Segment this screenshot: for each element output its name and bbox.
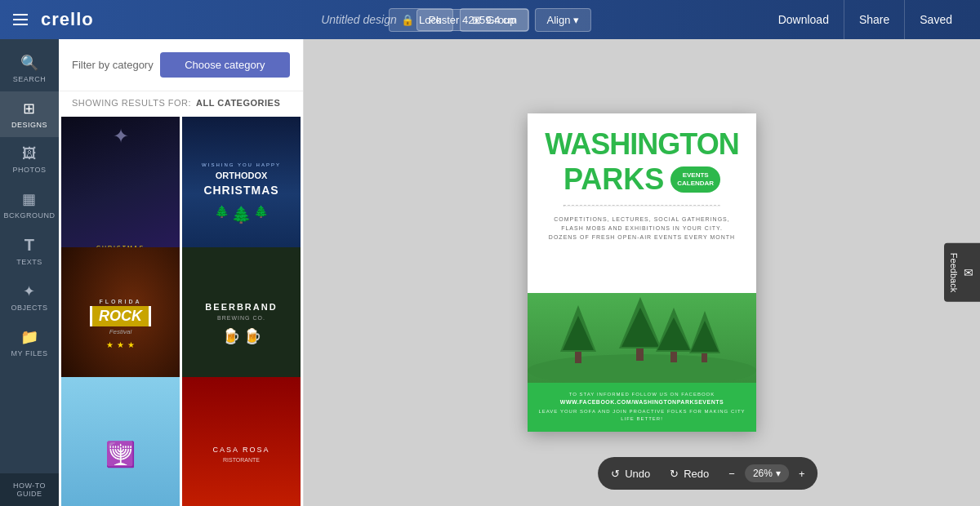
hamburger-menu[interactable]: [13, 14, 28, 25]
poster-title-line1: WASHINGTON: [545, 130, 738, 159]
template-menorah[interactable]: 🕎: [61, 377, 180, 506]
texts-icon: T: [24, 236, 35, 255]
sidebar-item-myfiles[interactable]: 📁 MY FILES: [0, 320, 59, 366]
designs-panel: Filter by category Choose category SHOWI…: [59, 39, 304, 506]
bottom-toolbar: ↺ Undo ↻ Redo − 26% ▾ +: [598, 457, 817, 490]
poster-body-text: COMPETITIONS, LECTURES, SOCIAL GATHERING…: [549, 215, 735, 242]
feedback-tab[interactable]: ✉ Feedback: [944, 243, 980, 302]
svg-rect-1: [575, 352, 581, 363]
header-left: crello: [13, 9, 94, 30]
group-icon: ⊞: [472, 14, 481, 26]
svg-marker-6: [621, 308, 659, 347]
header-center: 🔒 Lock ⊞ Group Align ▾: [389, 8, 591, 32]
objects-icon: ✦: [23, 282, 36, 300]
design-title[interactable]: Untitled design: [321, 13, 397, 26]
zoom-display[interactable]: 26% ▾: [745, 464, 789, 482]
panel-header: Filter by category Choose category: [59, 39, 303, 91]
undo-icon: ↺: [611, 468, 620, 480]
poster-footer-text2: LEAVE YOUR SOFA AND JOIN PROACTIVE FOLKS…: [536, 408, 748, 424]
redo-icon: ↻: [670, 468, 679, 480]
photos-icon: 🖼: [22, 145, 38, 162]
zoom-in-button[interactable]: +: [789, 457, 815, 490]
lock-button[interactable]: 🔒 Lock: [389, 8, 453, 32]
svg-rect-7: [670, 350, 677, 362]
results-value: All Categories: [196, 98, 280, 108]
poster-subtitle-row: PARKS EVENTS CALENDAR: [564, 162, 720, 197]
zoom-out-button[interactable]: −: [719, 457, 745, 490]
poster-title-line2: PARKS: [564, 162, 664, 197]
poster-footer: TO STAY INFORMED FOLLOW US ON FACEBOOK W…: [528, 383, 756, 432]
poster-events-badge: EVENTS CALENDAR: [670, 166, 720, 192]
background-icon: ▦: [22, 190, 37, 208]
svg-marker-12: [691, 321, 719, 352]
app-logo: crello: [41, 9, 94, 30]
sidebar-item-search[interactable]: 🔍 SEARCH: [0, 46, 59, 91]
choose-category-button[interactable]: Choose category: [160, 52, 290, 78]
sidebar-item-objects[interactable]: ✦ OBJECTS: [0, 274, 59, 320]
poster-trees-area: [528, 293, 756, 383]
download-button[interactable]: Download: [764, 0, 844, 39]
sidebar-item-designs[interactable]: ⊞ DESIGNS: [0, 91, 59, 137]
designs-icon: ⊞: [23, 100, 36, 118]
template-grid: CHRISTMAS DINNER HERZEL HALL ✦ FREE WISH…: [59, 114, 303, 506]
howto-guide[interactable]: HOW-TO GUIDE: [0, 473, 59, 506]
left-sidebar: 🔍 SEARCH ⊞ DESIGNS 🖼 PHOTOS ▦ BCKGROUND …: [0, 39, 59, 506]
svg-marker-3: [563, 316, 594, 350]
poster[interactable]: WASHINGTON PARKS EVENTS CALENDAR COMPETI…: [528, 113, 756, 432]
sidebar-item-texts[interactable]: T TEXTS: [0, 228, 59, 274]
sidebar-item-photos[interactable]: 🖼 PHOTOS: [0, 137, 59, 182]
svg-marker-9: [657, 317, 690, 350]
poster-divider: [564, 205, 720, 206]
poster-trees-svg: [528, 293, 756, 383]
poster-footer-text1: TO STAY INFORMED FOLLOW US ON FACEBOOK: [536, 391, 748, 399]
redo-button[interactable]: ↻ Redo: [660, 457, 719, 490]
share-button[interactable]: Share: [844, 0, 904, 39]
myfiles-icon: 📁: [20, 328, 39, 346]
sidebar-item-background[interactable]: ▦ BCKGROUND: [0, 182, 59, 228]
template-casa-rosa[interactable]: CASA ROSA RISTORANTE: [182, 377, 301, 506]
search-icon: 🔍: [20, 54, 39, 72]
group-button[interactable]: ⊞ Group: [460, 8, 528, 32]
lock-icon: 🔒: [401, 14, 414, 26]
filter-label: Filter by category: [72, 59, 154, 71]
saved-button[interactable]: Saved: [904, 0, 967, 39]
zoom-in-icon: +: [799, 468, 805, 480]
canvas-area: WASHINGTON PARKS EVENTS CALENDAR COMPETI…: [304, 39, 980, 506]
undo-button[interactable]: ↺ Undo: [601, 457, 660, 490]
feedback-icon: ✉: [962, 266, 975, 279]
poster-top: WASHINGTON PARKS EVENTS CALENDAR COMPETI…: [528, 113, 756, 293]
header-actions: Download Share Saved: [764, 0, 967, 39]
zoom-out-icon: −: [728, 468, 735, 480]
showing-results: SHOWING RESULTS FOR: All Categories: [59, 91, 303, 114]
header: crello 🔒 Lock ⊞ Group Align ▾ Untitled d…: [0, 0, 980, 39]
poster-footer-link: WWW.FACEBOOK.COM/WASHINGTONPARKSEVENTS: [536, 399, 748, 405]
align-button[interactable]: Align ▾: [535, 8, 592, 32]
